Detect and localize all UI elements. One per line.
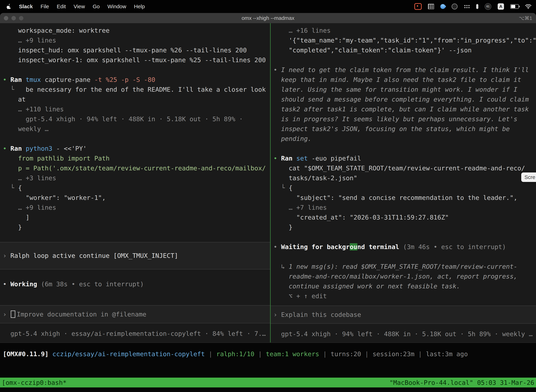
terminal-line: workspace_mode: worktree [3, 26, 270, 36]
terminal-line: … +9 lines [3, 203, 270, 213]
app-menu-slack[interactable]: Slack [19, 4, 33, 9]
menu-bar: Slack FileEditViewGoWindowHelp 61 A [0, 0, 536, 13]
window-title: omx --xhigh --madmax [0, 15, 536, 21]
terminal-line: "completed","claim_token":"claim-token"}… [273, 45, 536, 55]
terminal-line: • Ran tmux capture-pane -t %25 -p -S -80 [3, 75, 270, 85]
left-pane[interactable]: workspace_mode: worktree … +9 lines insp… [0, 23, 270, 342]
menu-item-file[interactable]: File [40, 4, 49, 9]
prompt-input[interactable]: › Improve documentation in @filename [0, 305, 270, 323]
terminal-body: workspace_mode: worktree … +9 lines insp… [0, 23, 536, 392]
terminal-line: is in progress? It seems likely but perh… [273, 114, 536, 124]
terminal-line: at [3, 94, 270, 104]
input-placeholder: Improve documentation in @filename [17, 311, 146, 318]
terminal-line [3, 232, 270, 242]
screenshot-tooltip-text: Scre [524, 174, 535, 180]
menu-items: FileEditViewGoWindowHelp [40, 4, 145, 9]
terminal-line: … +16 lines [273, 26, 536, 36]
terminal-line [273, 232, 536, 242]
menu-item-view[interactable]: View [73, 4, 85, 9]
screen: Slack FileEditViewGoWindowHelp 61 A [0, 0, 536, 392]
terminal-line: } [273, 222, 536, 232]
prompt-chevron: › [3, 252, 10, 259]
working-status: • Working (6m 38s • esc to interrupt) [3, 279, 270, 289]
menu-item-edit[interactable]: Edit [57, 4, 66, 9]
left-pane-footer: gpt-5.4 xhigh · essay/ai-reimplementatio… [3, 329, 270, 339]
terminal-line: inspect_hud: omx sparkshell --tmux-pane … [3, 45, 270, 55]
omx-status-line: [OMX#0.11.9] cczip/essay/ai-reimplementa… [0, 349, 536, 359]
input-source-icon[interactable]: A [498, 3, 504, 10]
blue-app-icon[interactable] [439, 3, 446, 10]
grid-icon[interactable] [428, 4, 434, 9]
terminal-line: • Ran python3 - <<'PY' [3, 144, 270, 154]
terminal-line: weekly … [3, 124, 270, 134]
terminal-line: … +9 lines [3, 36, 270, 45]
input-chevron: › [3, 311, 10, 318]
tmux-status-bar: [omx-cczip0:bash* "MacBook-Pro-44.local"… [0, 378, 536, 387]
terminal-line: "worker": "worker-1", [3, 193, 270, 203]
suggestion-chevron: › [273, 311, 281, 318]
terminal-line: … +7 lines [273, 203, 536, 213]
menu-item-help[interactable]: Help [134, 4, 145, 9]
terminal-line [273, 252, 536, 262]
screen-recording-icon[interactable] [414, 3, 422, 10]
right-pane[interactable]: … +16 lines '{"team_name":"my-team","tas… [271, 23, 536, 342]
terminal-line [3, 134, 270, 144]
terminal-line [273, 144, 536, 154]
narrow-app-icon[interactable] [476, 4, 478, 9]
suggestion-text: Explain this codebase [281, 311, 361, 318]
terminal-line: … +3 lines [3, 173, 270, 183]
title-bar[interactable]: omx --xhigh --madmax ⌥⌘1 [0, 13, 536, 23]
terminal-line: ↳ 1 new msg(s): read $OMX_TEAM_STATE_ROO… [273, 262, 536, 271]
terminal-line: readme-and-reco/mailbox/worker-1.json, a… [273, 271, 536, 281]
tmux-host-time: "MacBook-Pro-44.local" 05:03 31-Mar-26 [389, 379, 534, 386]
terminal-line: └ be necessary for the end of the README… [3, 85, 270, 94]
terminal-window: omx --xhigh --madmax ⌥⌘1 workspace_mode:… [0, 13, 536, 392]
menu-item-window[interactable]: Window [107, 4, 126, 9]
menu-status-icons: 61 A [414, 3, 536, 10]
terminal-line [273, 55, 536, 65]
dots-grid-icon[interactable] [464, 5, 470, 9]
battery-percentage-badge[interactable]: 61 [485, 3, 491, 10]
tmux-session-label: [omx-cczip0:bash* [2, 379, 67, 386]
tmux-panes: workspace_mode: worktree … +9 lines insp… [0, 23, 536, 343]
dark-app-icon[interactable] [452, 4, 458, 9]
window-shortcut-hint: ⌥⌘1 [519, 15, 532, 21]
terminal-line: • Ran set -euo pipefail [273, 154, 536, 163]
terminal-line: • Waiting for background terminal (3m 46… [273, 242, 536, 252]
menu-item-go[interactable]: Go [93, 4, 100, 9]
terminal-line: inspect_worker-1: omx sparkshell --tmux-… [3, 55, 270, 65]
terminal-line: should send a message before completing … [273, 94, 536, 104]
terminal-line: continue assigned work or next feasible … [273, 281, 536, 291]
battery-icon[interactable] [510, 4, 519, 9]
terminal-line [3, 65, 270, 75]
terminal-line: "subject": "send a concise recommendatio… [273, 193, 536, 203]
working-label: Working [10, 280, 37, 288]
screenshot-tooltip: Scre [521, 173, 536, 182]
terminal-line: keep that in mind. Maybe I also need the… [273, 75, 536, 85]
working-bullet: • [3, 280, 10, 288]
terminal-line: gpt-5.4 xhigh · 94% left · 488K in · 5.1… [3, 114, 270, 124]
terminal-line: … +110 lines [3, 104, 270, 114]
ralph-loop-text: Ralph loop active continue [OMX_TMUX_INJ… [10, 252, 178, 259]
apple-menu-icon[interactable] [7, 4, 11, 9]
terminal-line: '{"team_name":"my-team","task_id":"1","f… [273, 36, 536, 45]
terminal-line: └ { [273, 183, 536, 193]
working-detail: (6m 38s • esc to interrupt) [37, 280, 144, 288]
terminal-line: inspect task2's JSON, focusing on the st… [273, 124, 536, 134]
terminal-line: cat "$OMX_TEAM_STATE_ROOT/team/review-cu… [273, 163, 536, 173]
terminal-line: └ { [3, 183, 270, 193]
terminal-line: • I need to get the claim token from the… [273, 65, 536, 75]
terminal-line: tasks/task-2.json" [273, 173, 536, 183]
right-pane-footer: gpt-5.4 xhigh · 94% left · 488K in · 5.1… [273, 329, 536, 339]
left-pane-scrollback: workspace_mode: worktree … +9 lines insp… [3, 26, 270, 242]
terminal-line: ⌥ + ↑ edit [273, 291, 536, 301]
terminal-line: task2 after task1 is complete, but can I… [273, 104, 536, 114]
suggestion-banner[interactable]: › Explain this codebase [271, 306, 536, 324]
terminal-line: } [3, 222, 270, 232]
terminal-line: "created_at": "2026-03-31T11:59:27.816Z" [273, 213, 536, 222]
wifi-icon[interactable] [525, 4, 531, 9]
terminal-line: ] [3, 213, 270, 222]
terminal-line: p = Path('.omx/state/team/review-current… [3, 163, 270, 173]
terminal-line: pending. [273, 134, 536, 144]
right-pane-scrollback: … +16 lines '{"team_name":"my-team","tas… [273, 26, 536, 301]
